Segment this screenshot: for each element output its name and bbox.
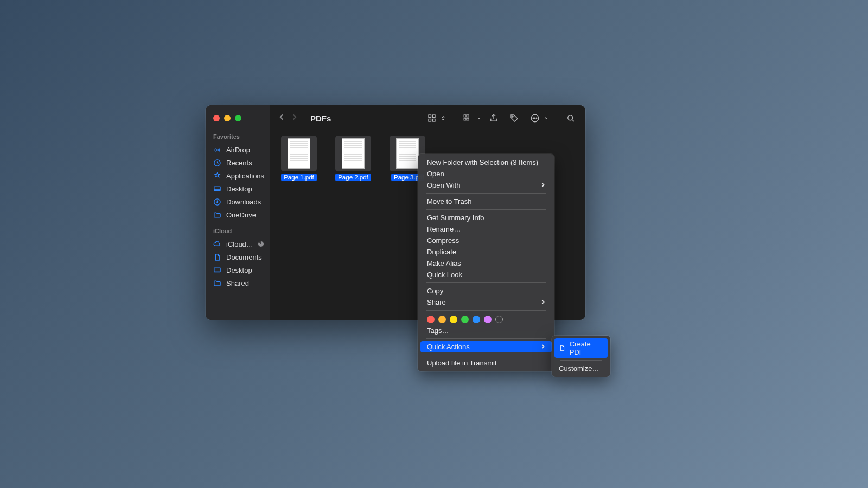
svg-rect-2 [214,187,220,191]
menu-item-duplicate[interactable]: Duplicate [420,246,552,258]
submenu-item-customize[interactable]: Customize… [554,363,608,374]
sidebar-item-label: Recents [226,159,252,167]
menu-item-quick-look[interactable]: Quick Look [420,269,552,280]
context-menu: New Folder with Selection (3 Items) Open… [418,154,554,371]
menu-separator [426,355,546,355]
svg-point-0 [216,149,219,151]
sidebar-item-label: OneDrive [226,211,256,219]
sidebar: Favorites AirDrop Recents Applications D… [206,105,270,320]
clock-icon [213,159,221,167]
tag-color-row [420,313,552,325]
tag-color-none[interactable] [495,316,503,323]
sidebar-item-documents[interactable]: Documents [206,251,270,264]
chevron-down-icon [544,113,548,123]
view-mode-button[interactable] [424,113,440,123]
tag-color-blue[interactable] [473,316,480,323]
chevron-right-icon [541,181,545,189]
minimize-window-button[interactable] [224,115,231,121]
back-button[interactable] [277,112,286,124]
svg-rect-13 [467,118,469,120]
menu-item-upload-transmit[interactable]: Upload file in Transmit [420,357,552,369]
menu-item-make-alias[interactable]: Make Alias [420,258,552,269]
sidebar-item-label: Downloads [226,198,261,206]
svg-rect-10 [467,115,469,117]
svg-point-19 [568,115,573,120]
close-window-button[interactable] [213,115,220,121]
svg-rect-4 [214,268,220,272]
toolbar: PDFs [270,105,585,131]
menu-item-rename[interactable]: Rename… [420,223,552,235]
chevron-right-icon [541,343,545,351]
file-name: Page 2.pdf [335,174,371,181]
downloads-icon [213,198,221,206]
svg-rect-12 [464,118,466,120]
more-actions-button[interactable] [527,113,543,123]
sidebar-item-label: Desktop [226,266,252,274]
tag-color-orange[interactable] [438,316,446,323]
quick-actions-submenu: Create PDF Customize… [552,336,610,377]
menu-separator [426,282,546,283]
sidebar-item-onedrive[interactable]: OneDrive [206,208,270,221]
menu-item-open-with[interactable]: Open With [420,179,552,191]
menu-item-tags[interactable]: Tags… [420,325,552,336]
sidebar-header-favorites: Favorites [206,131,270,143]
document-icon [213,253,221,261]
applications-icon [213,172,221,180]
forward-button[interactable] [290,112,299,124]
sidebar-item-label: iCloud… [226,240,253,248]
svg-rect-5 [429,115,431,118]
file-name: Page 1.pdf [281,174,317,181]
svg-point-17 [534,118,535,119]
menu-item-get-info[interactable]: Get Summary Info [420,212,552,223]
file-item[interactable]: Page 2.pdf [335,136,371,181]
svg-point-14 [512,116,513,117]
menu-separator [426,193,546,194]
tag-color-green[interactable] [461,316,469,323]
tag-color-purple[interactable] [484,316,492,323]
menu-separator [426,209,546,210]
tags-button[interactable] [506,113,522,123]
cloud-icon [213,240,221,248]
menu-item-new-folder[interactable]: New Folder with Selection (3 Items) [420,157,552,168]
group-by-button[interactable] [459,113,476,123]
shared-folder-icon [213,279,221,287]
tag-color-yellow[interactable] [450,316,457,323]
window-controls [206,112,270,131]
sidebar-item-icloud-drive[interactable]: iCloud… [206,237,270,251]
sidebar-item-shared[interactable]: Shared [206,277,270,290]
sidebar-item-applications[interactable]: Applications [206,169,270,182]
sidebar-item-recents[interactable]: Recents [206,156,270,169]
menu-item-compress[interactable]: Compress [420,235,552,246]
menu-item-copy[interactable]: Copy [420,285,552,297]
sidebar-header-icloud: iCloud [206,226,270,237]
sidebar-item-downloads[interactable]: Downloads [206,195,270,208]
document-icon [559,344,566,352]
search-button[interactable] [563,113,579,123]
desktop-icon [213,185,221,193]
sidebar-item-label: Desktop [226,185,252,193]
desktop-icon [213,266,221,274]
sidebar-item-desktop[interactable]: Desktop [206,182,270,195]
airdrop-icon [213,146,221,154]
fullscreen-window-button[interactable] [235,115,241,121]
sidebar-item-label: Documents [226,253,262,261]
menu-item-open[interactable]: Open [420,168,552,179]
sidebar-item-airdrop[interactable]: AirDrop [206,143,270,156]
menu-item-move-to-trash[interactable]: Move to Trash [420,196,552,207]
svg-rect-8 [433,119,436,122]
file-item[interactable]: Page 1.pdf [281,136,317,181]
menu-item-share[interactable]: Share [420,297,552,308]
svg-point-18 [536,118,537,119]
sidebar-item-desktop-icloud[interactable]: Desktop [206,264,270,277]
folder-icon [213,211,221,219]
submenu-item-create-pdf[interactable]: Create PDF [554,338,608,358]
menu-item-quick-actions[interactable]: Quick Actions [420,341,552,352]
tag-color-red[interactable] [427,316,435,323]
file-thumbnail [281,136,317,171]
sidebar-item-label: AirDrop [226,146,250,154]
sidebar-item-label: Applications [226,172,264,180]
share-button[interactable] [486,113,502,123]
svg-point-16 [533,118,534,119]
icloud-storage-indicator-icon [258,241,264,247]
chevron-down-icon [477,113,481,123]
